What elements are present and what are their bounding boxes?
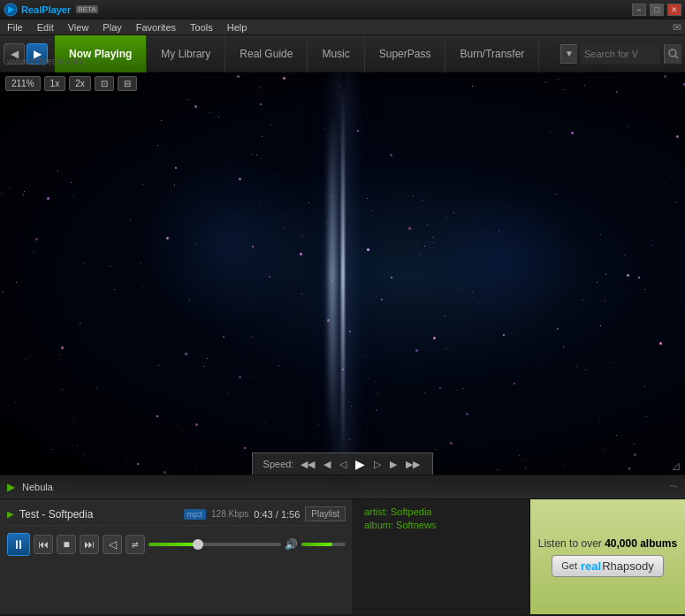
menu-file[interactable]: File xyxy=(4,21,27,34)
nav-bar: ◀ ▶ Now Playing My Library Real Guide Mu… xyxy=(0,35,685,72)
video-zoom-controls: 211% 1x 2x ⊡ ⊟ xyxy=(0,72,142,95)
previous-button[interactable]: ⏮ xyxy=(34,535,53,554)
zoom-2x-button[interactable]: 2x xyxy=(69,76,91,91)
waveform-icon: 〜 xyxy=(669,481,678,493)
track-title-display: Nebula xyxy=(22,482,662,492)
pause-button[interactable]: ⏸ xyxy=(7,533,30,556)
format-badge: mp3 xyxy=(184,509,207,520)
rewind-button[interactable]: ◁ xyxy=(103,535,122,554)
menu-edit[interactable]: Edit xyxy=(34,21,57,34)
speed-prev[interactable]: ◀ xyxy=(322,459,332,470)
menu-play[interactable]: Play xyxy=(99,21,125,34)
promo-line1: Listen to over 40,000 albums xyxy=(538,537,677,550)
track-details-panel: artist: Softpedia album: Softnews xyxy=(354,499,530,614)
player-controls: ▶ Test - Softpedia mp3 128 Kbps 0:43 / 1… xyxy=(0,499,354,614)
get-label: Get xyxy=(561,560,577,571)
email-icon: ✉ xyxy=(673,21,681,34)
menu-view[interactable]: View xyxy=(65,21,93,34)
next-button[interactable]: ⏭ xyxy=(80,535,99,554)
playlist-button[interactable]: Playlist xyxy=(305,506,346,521)
watermark: www.softpedia.com xyxy=(7,57,83,66)
beta-badge: BETA xyxy=(76,5,97,13)
app-logo-area: RealPlayer BETA xyxy=(4,3,630,17)
menu-favorites[interactable]: Favorites xyxy=(133,21,179,34)
close-button[interactable]: ✕ xyxy=(667,4,681,16)
promo-highlight: 40,000 albums xyxy=(605,537,677,550)
seek-thumb xyxy=(193,539,203,550)
search-dropdown-button[interactable]: ▼ xyxy=(560,44,577,64)
album-info: album: Softnews xyxy=(364,520,519,530)
svg-point-2 xyxy=(669,49,676,57)
maximize-button[interactable]: □ xyxy=(650,4,664,16)
album-label: album: xyxy=(364,520,393,530)
rhapsody-logo-text: Rhapsody xyxy=(602,559,654,573)
nav-tabs: Now Playing My Library Real Guide Music … xyxy=(55,35,553,72)
resize-handle[interactable]: ⊿ xyxy=(671,459,681,473)
shuffle-button[interactable]: ⇌ xyxy=(126,535,145,554)
get-rhapsody-button[interactable]: Get real Rhapsody xyxy=(552,555,663,577)
volume-icon[interactable]: 🔊 xyxy=(285,538,298,551)
seek-bar[interactable] xyxy=(148,543,281,546)
bottom-panel: ▶ Test - Softpedia mp3 128 Kbps 0:43 / 1… xyxy=(0,499,685,614)
seek-bar-container xyxy=(148,543,281,546)
play-indicator: ▶ xyxy=(7,509,14,519)
lightning-effect xyxy=(341,72,345,475)
search-input[interactable] xyxy=(581,44,660,64)
tab-burn-transfer[interactable]: Burn/Transfer xyxy=(445,35,539,72)
volume-level xyxy=(301,543,332,546)
stop-button[interactable]: ■ xyxy=(57,535,76,554)
zoom-level-display: 211% xyxy=(5,76,41,91)
playing-track-title: Test - Softpedia xyxy=(19,508,179,521)
tab-superpass[interactable]: SuperPass xyxy=(365,35,446,72)
album-value: Softnews xyxy=(396,520,436,530)
volume-bar[interactable] xyxy=(301,543,346,546)
fit-screen-button[interactable]: ⊡ xyxy=(95,76,114,91)
video-player: 211% 1x 2x ⊡ ⊟ Speed: ◀◀ ◀ ◁ ▶ ▷ ▶ ▶▶ ⊿ xyxy=(0,72,685,475)
rhapsody-promo: Listen to over 40,000 albums Get real Rh… xyxy=(530,499,685,614)
artist-value: Softpedia xyxy=(391,506,431,517)
tab-my-library[interactable]: My Library xyxy=(147,35,225,72)
tab-now-playing[interactable]: Now Playing xyxy=(55,35,147,72)
speed-prev-prev[interactable]: ◀◀ xyxy=(299,459,316,470)
artist-label: artist: xyxy=(364,506,388,517)
total-time: 1:56 xyxy=(281,509,300,520)
rhapsody-logo-real: real xyxy=(581,559,601,573)
lightning-glow xyxy=(329,113,336,435)
menu-tools[interactable]: Tools xyxy=(186,21,217,34)
track-play-indicator: ▶ xyxy=(7,481,15,493)
window-controls: − □ ✕ xyxy=(630,4,681,16)
speed-controls: Speed: ◀◀ ◀ ◁ ▶ ▷ ▶ ▶▶ xyxy=(252,452,434,475)
logo-real: RealPlayer xyxy=(21,4,71,15)
seek-progress xyxy=(148,543,198,546)
zoom-1x-button[interactable]: 1x xyxy=(44,76,66,91)
time-display: 0:43 / 1:56 xyxy=(254,509,300,520)
menu-bar: File Edit View Play Favorites Tools Help… xyxy=(0,19,685,35)
speed-next[interactable]: ▶ xyxy=(388,459,399,470)
search-icon xyxy=(668,49,679,59)
tab-music[interactable]: Music xyxy=(308,35,364,72)
speed-next-next[interactable]: ▶▶ xyxy=(404,459,422,470)
menu-help[interactable]: Help xyxy=(224,21,251,34)
tab-real-guide[interactable]: Real Guide xyxy=(225,35,308,72)
minimize-button[interactable]: − xyxy=(632,4,646,16)
current-time: 0:43 xyxy=(254,509,272,520)
bitrate-display: 128 Kbps xyxy=(211,509,248,519)
title-bar: RealPlayer BETA − □ ✕ xyxy=(0,0,685,19)
fullscreen-button[interactable]: ⊟ xyxy=(118,76,137,91)
nav-search-area: ▼ xyxy=(560,44,681,64)
speed-play[interactable]: ▶ xyxy=(354,457,367,471)
artist-info: artist: Softpedia xyxy=(364,506,519,517)
search-go-button[interactable] xyxy=(664,44,681,64)
svg-line-3 xyxy=(675,56,678,58)
speed-slow-rev[interactable]: ◁ xyxy=(338,459,348,470)
rhapsody-logo: real Rhapsody xyxy=(581,559,654,573)
track-bar: ▶ Nebula 〜 xyxy=(0,475,685,499)
speed-slow-fwd[interactable]: ▷ xyxy=(372,459,383,470)
track-info-row: ▶ Test - Softpedia mp3 128 Kbps 0:43 / 1… xyxy=(7,503,346,526)
speed-label: Speed: xyxy=(263,459,294,469)
realplayer-icon xyxy=(4,3,18,17)
transport-controls: ⏸ ⏮ ■ ⏭ ◁ ⇌ 🔊 xyxy=(7,529,346,559)
